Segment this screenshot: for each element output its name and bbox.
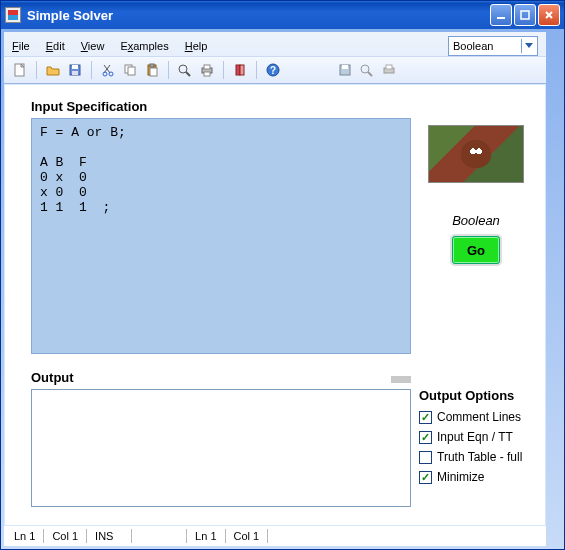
option-comment-lines[interactable]: ✓Comment Lines <box>419 410 521 424</box>
copy-icon[interactable] <box>120 60 140 80</box>
statusbar: Ln 1 Col 1 INS Ln 1 Col 1 <box>4 526 546 546</box>
menu-edit[interactable]: Edit <box>46 40 65 52</box>
svg-rect-26 <box>240 65 244 75</box>
mode-select[interactable]: Boolean <box>448 36 538 56</box>
output-options-heading: Output Options <box>419 388 514 403</box>
svg-rect-0 <box>8 10 18 15</box>
svg-marker-6 <box>525 43 533 48</box>
checkbox-icon: ✓ <box>419 431 432 444</box>
option-minimize[interactable]: ✓Minimize <box>419 470 484 484</box>
save-icon[interactable] <box>65 60 85 80</box>
window-title: Simple Solver <box>27 8 113 23</box>
mode-select-value: Boolean <box>453 40 493 52</box>
save2-icon[interactable] <box>335 60 355 80</box>
menu-file[interactable]: File <box>12 40 30 52</box>
svg-rect-16 <box>128 67 135 75</box>
svg-point-14 <box>109 72 113 76</box>
book-icon[interactable] <box>230 60 250 80</box>
output-textarea[interactable] <box>31 389 411 507</box>
svg-line-21 <box>186 72 190 76</box>
cut-icon[interactable] <box>98 60 118 80</box>
svg-rect-18 <box>150 64 154 67</box>
svg-rect-24 <box>204 72 210 76</box>
print-icon[interactable] <box>197 60 217 80</box>
svg-line-32 <box>368 72 372 76</box>
svg-point-20 <box>179 65 187 73</box>
option-input-eqn[interactable]: ✓Input Eqn / TT <box>419 430 513 444</box>
paste-icon[interactable] <box>142 60 162 80</box>
svg-rect-2 <box>497 17 505 19</box>
checkbox-icon: ✓ <box>419 411 432 424</box>
svg-rect-19 <box>150 68 157 76</box>
menu-examples[interactable]: Examples <box>120 40 168 52</box>
menubar: File Edit View Examples Help Boolean <box>4 32 546 56</box>
toolbar: ? <box>4 56 546 84</box>
checkbox-icon: ✓ <box>419 471 432 484</box>
svg-rect-10 <box>72 71 78 75</box>
svg-rect-1 <box>8 15 18 20</box>
svg-point-13 <box>103 72 107 76</box>
app-icon <box>5 7 21 23</box>
mode-label: Boolean <box>452 213 500 228</box>
content-area: Input Specification Output Boolean Go Ou… <box>4 84 546 526</box>
preview-image <box>428 125 524 183</box>
svg-rect-23 <box>204 65 210 69</box>
svg-rect-9 <box>72 65 78 69</box>
input-textarea[interactable] <box>31 118 411 354</box>
maximize-button[interactable] <box>514 4 536 26</box>
go-button[interactable]: Go <box>452 236 500 264</box>
status-col2: Col 1 <box>228 530 266 542</box>
minimize-button[interactable] <box>490 4 512 26</box>
svg-rect-3 <box>521 11 529 19</box>
svg-text:?: ? <box>270 65 276 76</box>
status-col1: Col 1 <box>46 530 84 542</box>
input-heading: Input Specification <box>31 99 411 114</box>
svg-point-31 <box>361 65 369 73</box>
status-ln2: Ln 1 <box>189 530 222 542</box>
new-file-icon[interactable] <box>10 60 30 80</box>
print2-icon[interactable] <box>379 60 399 80</box>
open-file-icon[interactable] <box>43 60 63 80</box>
help-icon[interactable]: ? <box>263 60 283 80</box>
checkbox-icon <box>419 451 432 464</box>
option-truth-table[interactable]: Truth Table - full <box>419 450 522 464</box>
splitter-grip[interactable] <box>391 376 411 380</box>
status-ins: INS <box>89 530 129 542</box>
close-button[interactable] <box>538 4 560 26</box>
status-ln1: Ln 1 <box>8 530 41 542</box>
preview2-icon[interactable] <box>357 60 377 80</box>
chevron-down-icon <box>521 39 535 53</box>
menu-help[interactable]: Help <box>185 40 208 52</box>
menu-view[interactable]: View <box>81 40 105 52</box>
output-heading: Output <box>31 370 74 385</box>
titlebar: Simple Solver <box>1 1 564 29</box>
print-preview-icon[interactable] <box>175 60 195 80</box>
svg-rect-25 <box>236 65 240 75</box>
svg-rect-30 <box>342 65 348 69</box>
svg-rect-34 <box>386 65 392 69</box>
